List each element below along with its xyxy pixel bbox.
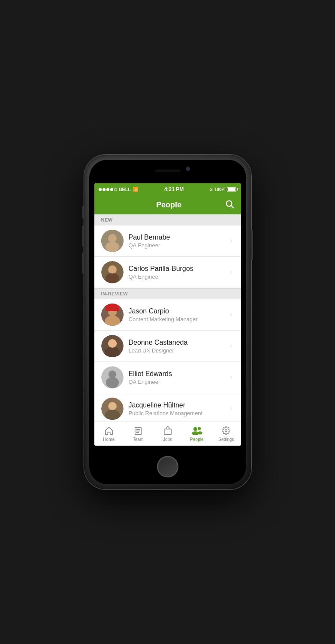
mute-button[interactable] xyxy=(82,206,84,219)
avatar-jacqueline-svg xyxy=(101,398,124,420)
svg-point-36 xyxy=(198,427,201,430)
power-button[interactable] xyxy=(251,230,253,260)
chevron-paul: ﹥ xyxy=(228,237,234,245)
paul-role: QA Engineer xyxy=(129,242,225,249)
svg-point-17 xyxy=(108,339,117,348)
deonne-name: Deonne Castaneda xyxy=(129,339,225,346)
wifi-icon: 📶 xyxy=(133,187,139,192)
avatar-deonne-svg xyxy=(101,335,124,357)
chevron-jacqueline: ﹥ xyxy=(228,405,234,413)
screen: BELL 📶 4:21 PM ⨯︎ 100% People xyxy=(94,183,241,446)
team-tab-label: Team xyxy=(133,437,143,442)
jacqueline-name: Jacqueline Hültner xyxy=(129,401,225,409)
status-left: BELL 📶 xyxy=(99,187,139,192)
jason-name: Jason Carpio xyxy=(129,307,225,315)
avatar-jacqueline xyxy=(101,398,124,420)
svg-point-3 xyxy=(108,234,117,243)
svg-point-20 xyxy=(106,377,119,388)
search-button[interactable] xyxy=(225,199,234,211)
person-info-paul: Paul Bernabe QA Engineer xyxy=(129,234,225,249)
person-info-elliot: Elliot Edwards QA Engineer xyxy=(129,370,225,385)
svg-point-4 xyxy=(106,242,119,252)
people-list: NEW Paul Bernabe Q xyxy=(94,214,241,422)
battery-label: 100% xyxy=(214,187,226,192)
svg-point-34 xyxy=(193,427,197,431)
home-tab-label: Home xyxy=(103,437,115,442)
person-row-paul[interactable]: Paul Bernabe QA Engineer ﹥ xyxy=(94,225,241,257)
avatar-jason-svg xyxy=(101,304,124,326)
home-button[interactable] xyxy=(157,456,178,477)
svg-rect-13 xyxy=(106,304,119,311)
carlos-role: QA Engineer xyxy=(129,273,225,280)
person-info-jason: Jason Carpio Content Marketing Manager xyxy=(129,307,225,322)
nav-bar: People xyxy=(94,195,241,214)
speaker xyxy=(155,169,181,172)
svg-rect-33 xyxy=(164,429,171,434)
jobs-icon xyxy=(163,426,172,436)
carlos-name: Carlos Parilla-Burgos xyxy=(129,265,225,273)
bluetooth-icon: ⨯︎ xyxy=(209,187,213,192)
signal-dot-4 xyxy=(110,188,113,191)
chevron-deonne: ﹥ xyxy=(228,342,234,350)
section-inreview-header: IN-REVIEW xyxy=(94,288,241,299)
tab-home[interactable]: Home xyxy=(94,422,124,446)
people-icon xyxy=(191,426,202,436)
svg-point-37 xyxy=(198,431,202,434)
deonne-role: Lead UX Designer xyxy=(129,347,225,354)
carrier-label: BELL xyxy=(119,187,131,192)
svg-line-1 xyxy=(231,206,233,208)
people-tab-label: People xyxy=(190,437,203,442)
tab-bar: Home Team xyxy=(94,422,241,446)
jacqueline-role: Public Relations Management xyxy=(129,410,225,416)
chevron-jason: ﹥ xyxy=(228,311,234,319)
battery-icon xyxy=(227,187,236,192)
avatar-paul xyxy=(101,230,124,252)
paul-name: Paul Bernabe xyxy=(129,234,225,241)
jobs-tab-label: Jobs xyxy=(163,437,172,442)
person-info-deonne: Deonne Castaneda Lead UX Designer xyxy=(129,339,225,354)
signal-dot-5 xyxy=(114,188,117,191)
status-time: 4:21 PM xyxy=(164,186,184,192)
tab-jobs[interactable]: Jobs xyxy=(153,422,182,446)
battery-fill xyxy=(228,188,235,191)
settings-icon xyxy=(221,426,231,436)
home-icon xyxy=(104,426,114,436)
phone-inner: BELL 📶 4:21 PM ⨯︎ 100% People xyxy=(89,160,246,484)
volume-down-button[interactable] xyxy=(82,252,84,274)
avatar-carlos xyxy=(101,261,124,283)
tab-people[interactable]: People xyxy=(182,422,211,446)
avatar-deonne xyxy=(101,335,124,357)
volume-up-button[interactable] xyxy=(82,225,84,247)
person-row-jacqueline[interactable]: Jacqueline Hültner Public Relations Mana… xyxy=(94,393,241,422)
section-new-header: NEW xyxy=(94,214,241,225)
person-row-deonne[interactable]: Deonne Castaneda Lead UX Designer ﹥ xyxy=(94,331,241,362)
chevron-carlos: ﹥ xyxy=(228,268,234,276)
avatar-paul-svg xyxy=(101,230,124,252)
person-info-jacqueline: Jacqueline Hültner Public Relations Mana… xyxy=(129,401,225,416)
nav-title: People xyxy=(113,200,225,210)
person-row-elliot[interactable]: Elliot Edwards QA Engineer ﹥ xyxy=(94,362,241,393)
tab-settings[interactable]: Settings xyxy=(211,422,241,446)
signal-dot-1 xyxy=(99,188,102,191)
avatar-elliot xyxy=(101,366,124,389)
team-icon xyxy=(133,426,143,436)
svg-point-7 xyxy=(106,273,119,283)
avatar-carlos-svg xyxy=(101,261,124,283)
status-bar: BELL 📶 4:21 PM ⨯︎ 100% xyxy=(94,183,241,195)
avatar-elliot-svg xyxy=(101,366,124,389)
svg-point-38 xyxy=(225,429,227,431)
jason-role: Content Marketing Manager xyxy=(129,316,225,322)
camera xyxy=(186,167,190,171)
elliot-name: Elliot Edwards xyxy=(129,370,225,378)
tab-team[interactable]: Team xyxy=(124,422,153,446)
signal-dot-2 xyxy=(103,188,106,191)
signal-dot-3 xyxy=(106,188,109,191)
person-row-jason[interactable]: Jason Carpio Content Marketing Manager ﹥ xyxy=(94,299,241,331)
svg-point-24 xyxy=(109,402,116,410)
phone-frame: BELL 📶 4:21 PM ⨯︎ 100% People xyxy=(84,155,251,489)
person-row-carlos[interactable]: Carlos Parilla-Burgos QA Engineer ﹥ xyxy=(94,257,241,288)
svg-point-8 xyxy=(109,266,116,273)
settings-tab-label: Settings xyxy=(218,437,234,442)
chevron-elliot: ﹥ xyxy=(228,374,234,381)
avatar-jason xyxy=(101,304,124,326)
